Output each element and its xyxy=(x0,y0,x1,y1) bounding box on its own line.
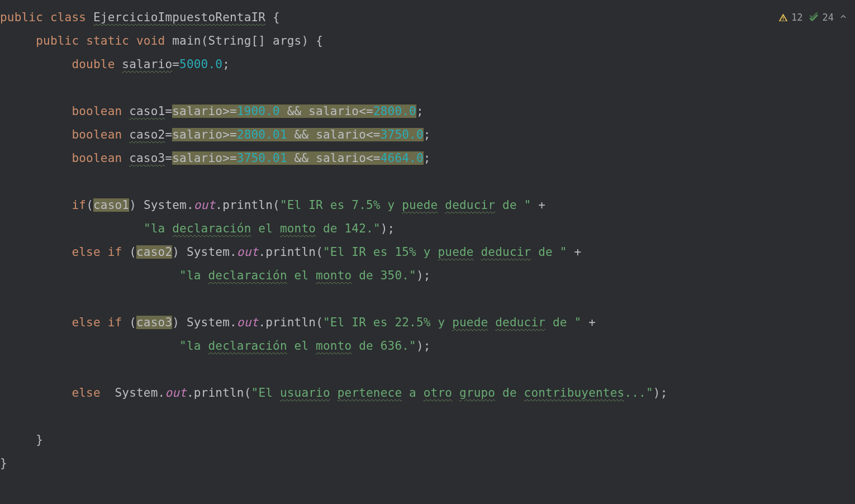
svg-rect-0 xyxy=(783,17,783,19)
check-icon xyxy=(809,12,819,23)
check-count: 24 xyxy=(823,6,834,29)
check-indicator[interactable]: 24 xyxy=(809,6,834,29)
warning-indicator[interactable]: 12 xyxy=(778,6,802,29)
warning-count: 12 xyxy=(791,6,802,29)
svg-rect-1 xyxy=(783,19,783,20)
code-editor[interactable]: 12 24 public class EjercicioImpuestoRent… xyxy=(0,0,855,504)
warning-icon xyxy=(778,13,788,22)
code-content[interactable]: public class EjercicioImpuestoRentaIR { … xyxy=(0,6,667,475)
chevron-up-icon[interactable] xyxy=(839,6,847,29)
inspection-status-bar: 12 24 xyxy=(778,6,847,29)
